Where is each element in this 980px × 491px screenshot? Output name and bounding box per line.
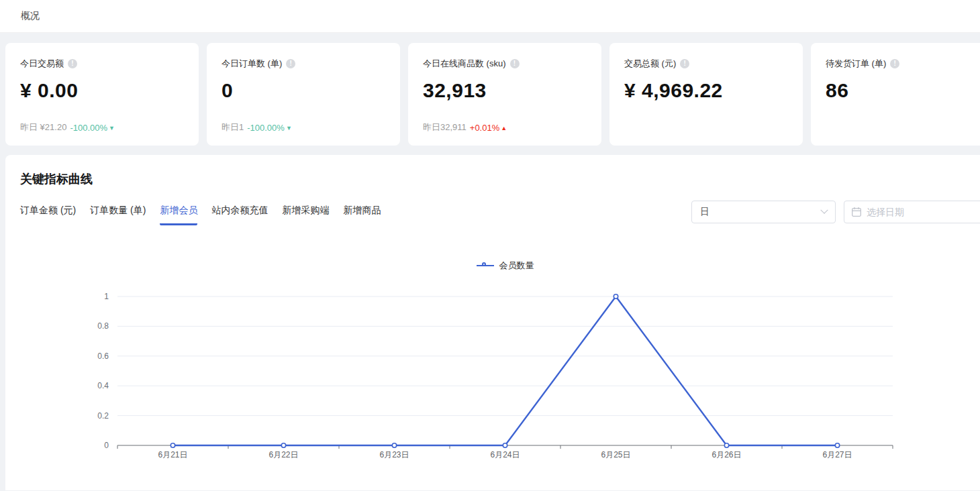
change-percent: +0.01%▲ (470, 123, 507, 133)
change-arrow-icon: ▼ (109, 125, 115, 131)
info-circle-icon[interactable]: ! (890, 59, 899, 68)
stat-card-footer: 昨日1 -100.00%▼ (222, 121, 292, 133)
svg-text:6月23日: 6月23日 (379, 450, 409, 459)
stat-card-header: 今日在线商品数 (sku) ! (423, 58, 587, 70)
stat-card-value: 0 (222, 79, 385, 102)
line-chart[interactable]: 00.20.40.60.816月21日6月22日6月23日6月24日6月25日6… (5, 155, 980, 490)
stat-card-title: 今日交易额 (20, 58, 64, 70)
svg-text:0: 0 (104, 441, 109, 450)
stat-card: 今日订单数 (单) ! 0 昨日1 -100.00%▼ (207, 43, 400, 146)
stat-card-footer: 昨日32,911 +0.01%▲ (423, 121, 507, 133)
stat-card: 交易总额 (元) ! ¥ 4,969.22 (609, 43, 803, 146)
info-circle-icon[interactable]: ! (286, 59, 295, 68)
stat-card-header: 今日交易额 ! (20, 58, 184, 70)
svg-text:6月27日: 6月27日 (822, 450, 852, 459)
change-percent: -100.00%▼ (70, 123, 115, 133)
svg-text:6月22日: 6月22日 (268, 450, 298, 459)
stat-card-value: 86 (826, 79, 980, 102)
yesterday-value: 昨日 ¥21.20 (20, 121, 66, 133)
info-circle-icon[interactable]: ! (68, 59, 77, 68)
yesterday-value: 昨日1 (222, 121, 244, 133)
topbar: 概况 (0, 0, 980, 33)
stat-card: 今日在线商品数 (sku) ! 32,913 昨日32,911 +0.01%▲ (408, 43, 601, 146)
svg-text:0.4: 0.4 (97, 381, 109, 390)
svg-text:6月25日: 6月25日 (601, 450, 630, 459)
yesterday-value: 昨日32,911 (423, 121, 467, 133)
stat-card-title: 今日订单数 (单) (222, 58, 282, 70)
stat-card-value: 32,913 (423, 79, 587, 102)
stat-card: 待发货订单 (单) ! 86 (811, 43, 980, 146)
stat-card-header: 待发货订单 (单) ! (826, 58, 980, 70)
key-metrics-panel: 关键指标曲线 订单金额 (元)订单数量 (单)新增会员站内余额充值新增采购端新增… (5, 155, 980, 490)
stat-card-footer: 昨日 ¥21.20 -100.00%▼ (20, 121, 115, 133)
svg-text:0.6: 0.6 (97, 351, 109, 361)
stat-card-title: 今日在线商品数 (sku) (423, 58, 506, 70)
change-arrow-icon: ▼ (286, 125, 292, 131)
stat-card: 今日交易额 ! ¥ 0.00 昨日 ¥21.20 -100.00%▼ (5, 43, 199, 146)
page-title: 概况 (21, 10, 40, 22)
change-arrow-icon: ▲ (501, 125, 507, 131)
stat-card-header: 今日订单数 (单) ! (222, 58, 385, 70)
stat-cards-row: 今日交易额 ! ¥ 0.00 昨日 ¥21.20 -100.00%▼ 今日订单数… (0, 43, 980, 146)
change-text: +0.01% (470, 123, 499, 133)
svg-text:6月26日: 6月26日 (712, 450, 741, 459)
stat-card-value: ¥ 0.00 (20, 79, 184, 102)
svg-text:0.2: 0.2 (97, 411, 109, 421)
change-text: -100.00% (247, 123, 285, 133)
svg-text:6月21日: 6月21日 (158, 450, 187, 459)
stat-card-title: 交易总额 (元) (624, 58, 676, 70)
svg-text:0.8: 0.8 (97, 321, 109, 331)
change-percent: -100.00%▼ (247, 123, 292, 133)
stat-card-value: ¥ 4,969.22 (624, 79, 788, 102)
svg-text:6月24日: 6月24日 (490, 450, 520, 459)
svg-text:1: 1 (104, 292, 109, 301)
change-text: -100.00% (70, 123, 107, 133)
info-circle-icon[interactable]: ! (680, 59, 689, 68)
stat-card-header: 交易总额 (元) ! (624, 58, 788, 70)
info-circle-icon[interactable]: ! (510, 59, 520, 68)
stat-card-title: 待发货订单 (单) (826, 58, 886, 70)
